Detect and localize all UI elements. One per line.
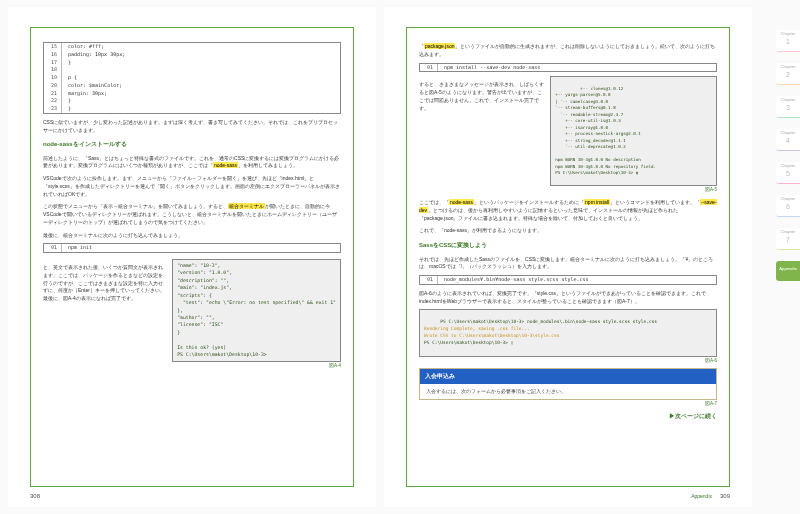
signup-header: 入会申込み bbox=[420, 369, 716, 384]
paragraph: ここでは、「node-sass」というパッケージをインストールするために「npm… bbox=[419, 199, 717, 222]
heading-convert: SassをCSSに変換しよう bbox=[419, 241, 717, 250]
paragraph: 前述したように、「Sass」とはちょっと特殊な書式のファイルです。これを、通常の… bbox=[43, 155, 341, 171]
highlight-npm-install: npm install bbox=[584, 199, 610, 205]
tab-chapter-6[interactable]: Chapter6 bbox=[776, 195, 800, 217]
signup-body: 入会するには、次のフォームから必要事項をご記入ください。 bbox=[420, 384, 716, 400]
chapter-tabs: Chapter1 Chapter2 Chapter3 Chapter4 Chap… bbox=[776, 30, 800, 281]
heading-install: node-sassをインストールする bbox=[43, 140, 341, 149]
tab-chapter-7[interactable]: Chapter7 bbox=[776, 228, 800, 250]
highlight-node-sass: node-sass bbox=[213, 162, 238, 168]
highlight-node-sass: node-sass bbox=[449, 199, 474, 205]
command-box: 01npm install --save-dev node-sass bbox=[419, 63, 717, 73]
command-box: 01npm init bbox=[43, 243, 341, 253]
figure-label: 図A-5 bbox=[550, 187, 717, 194]
code-listing: 15 color: #fff;16 padding: 10px 30px;17}… bbox=[43, 42, 341, 114]
figure-label: 図A-6 bbox=[419, 358, 717, 365]
figure-label: 図A-7 bbox=[419, 401, 717, 408]
content-frame: 15 color: #fff;16 padding: 10px 30px;17}… bbox=[30, 27, 354, 487]
paragraph: と、英文で表示された後、いくつか質問文が表示されます。ここでは、パッケージを作る… bbox=[43, 264, 166, 303]
paragraph: 「package.json」というファイルが自動的に生成されますが、これは削除し… bbox=[419, 43, 717, 59]
page-right: 「package.json」というファイルが自動的に生成されますが、これは削除し… bbox=[384, 7, 752, 507]
tab-chapter-1[interactable]: Chapter1 bbox=[776, 30, 800, 52]
tab-chapter-2[interactable]: Chapter2 bbox=[776, 63, 800, 85]
paragraph: これで、「node-sass」が利用できるようになります。 bbox=[419, 227, 717, 235]
paragraph: この状態でメニューから「表示→統合ターミナル」を開いてみましょう。すると、統合タ… bbox=[43, 203, 341, 226]
paragraph: すると、さまざまなメッセージが表示され、しばらくすると図A-5のようになります。… bbox=[419, 81, 544, 112]
page-number: 308 bbox=[30, 492, 40, 501]
highlight-terminal: 統合ターミナル bbox=[228, 203, 265, 209]
paragraph: 図A-6のように表示されていれば、変換完了です。「style.css」というファ… bbox=[419, 290, 717, 306]
next-page-link: ▶次ページに続く bbox=[419, 412, 717, 421]
paragraph: 最後に、統合ターミナルに次のように打ち込んでみましょう。 bbox=[43, 232, 341, 240]
tab-chapter-5[interactable]: Chapter5 bbox=[776, 162, 800, 184]
terminal-figure: +-- clones@1.0.12 +-- yargs-parser@5.0.0… bbox=[550, 76, 717, 186]
terminal-figure: PS C:\Users\makot\Desktop\10-3> node_mod… bbox=[419, 309, 717, 357]
figure-label: 図A-4 bbox=[172, 363, 341, 370]
tab-appendix[interactable]: Appendix bbox=[776, 261, 800, 281]
paragraph: CSSに似ていますが、少し変わった記述があります。まずは深く考えず、書き写してみ… bbox=[43, 119, 341, 135]
content-frame: 「package.json」というファイルが自動的に生成されますが、これは削除し… bbox=[406, 27, 730, 487]
paragraph: それでは、先ほど作成したSassのファイルを、CSSに変換します。統合ターミナル… bbox=[419, 256, 717, 272]
paragraph: VSCodeで次のように操作します。まず、メニューから「ファイル→フォルダーを開… bbox=[43, 175, 341, 198]
tab-chapter-3[interactable]: Chapter3 bbox=[776, 96, 800, 118]
highlight-package-json: package.json bbox=[424, 43, 455, 49]
page-left: 15 color: #fff;16 padding: 10px 30px;17}… bbox=[8, 7, 376, 507]
command-box: 01node_modules¥.bin¥node-sass style.scss… bbox=[419, 275, 717, 285]
tab-chapter-4[interactable]: Chapter4 bbox=[776, 129, 800, 151]
signup-panel: 入会申込み 入会するには、次のフォームから必要事項をご記入ください。 bbox=[419, 368, 717, 400]
section-label: Appendix bbox=[691, 493, 712, 501]
terminal-figure: "name": "10-3", "version": "1.0.0", "des… bbox=[172, 259, 341, 361]
page-number: 309 bbox=[720, 492, 730, 501]
